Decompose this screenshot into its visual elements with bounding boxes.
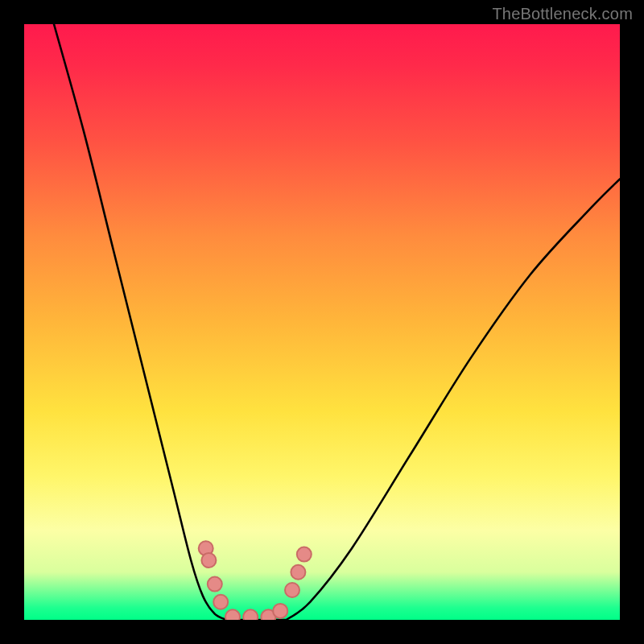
watermark-text: TheBottleneck.com [492, 5, 633, 23]
curve-marker [285, 583, 299, 597]
curve-markers [199, 541, 312, 620]
curve-marker [208, 577, 222, 592]
curve-marker [201, 553, 216, 568]
curve-marker [297, 547, 312, 562]
chart-frame: TheBottleneck.com [0, 0, 644, 644]
curve-marker [213, 595, 228, 609]
curve-marker [243, 609, 258, 620]
curve-line [54, 24, 620, 620]
plot-area [24, 24, 620, 620]
curve-marker [291, 565, 305, 580]
bottleneck-curve [24, 24, 620, 620]
curve-marker [225, 609, 240, 620]
curve-marker [273, 604, 287, 618]
